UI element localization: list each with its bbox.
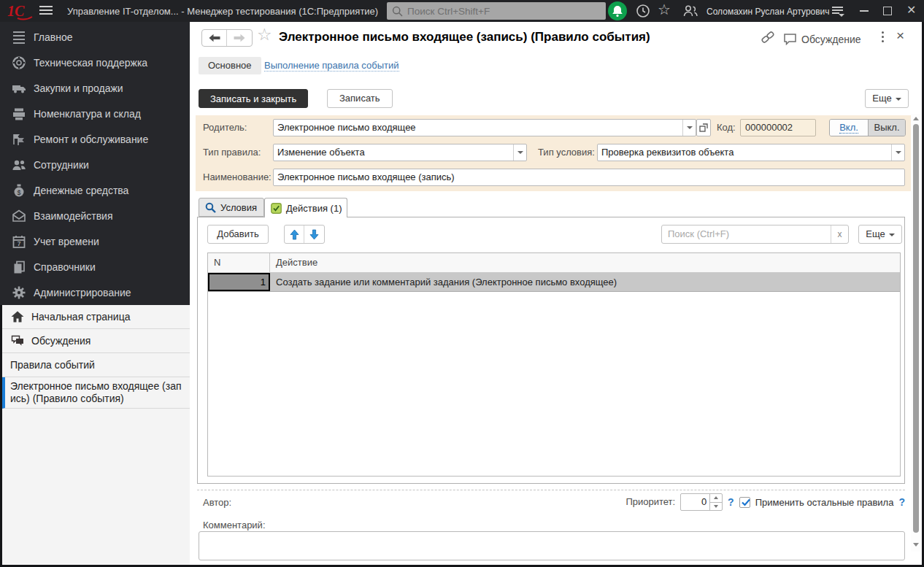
sidebar-item-money[interactable]: $ Денежные средства	[0, 177, 190, 203]
window-title: Управление IT-отделом... - Менеджер тест…	[67, 6, 378, 17]
priority-stepper[interactable]: 0	[680, 493, 723, 511]
sidebar-item-purchases[interactable]: Закупки и продажи	[0, 75, 190, 101]
notifications-button[interactable]	[608, 1, 627, 20]
sidebar-item-main[interactable]: Главное	[0, 24, 190, 50]
parent-dropdown-button[interactable]	[682, 120, 696, 136]
author-label: Автор:	[203, 497, 231, 508]
column-action[interactable]: Действие	[270, 253, 900, 272]
arrow-up-icon	[290, 229, 299, 240]
parent-field[interactable]: Электронное письмо входящее	[273, 119, 696, 136]
taskbar-item-event-rules[interactable]: Правила событий	[2, 353, 190, 377]
sidebar-item-interactions[interactable]: Взаимодействия	[0, 203, 190, 228]
parent-label: Родитель:	[203, 119, 247, 136]
scroll-thumb[interactable]	[913, 124, 919, 533]
row-action-cell[interactable]: Создать задание или комментарий задания …	[270, 273, 900, 291]
footer-row: Автор: Приоритет: 0 ? Применить остальны…	[203, 493, 905, 511]
save-button[interactable]: Записать	[327, 89, 393, 108]
history-icon[interactable]	[636, 4, 650, 18]
comment-textarea[interactable]	[199, 531, 905, 560]
save-close-button[interactable]: Записать и закрыть	[199, 89, 308, 108]
money-icon: $	[12, 183, 26, 198]
current-user-name[interactable]: Соломахин Руслан Артурович	[707, 7, 830, 17]
more-menu-icon[interactable]	[882, 31, 885, 45]
column-n[interactable]: N	[208, 253, 270, 272]
books-icon	[12, 260, 26, 274]
taskbar-item-current-window[interactable]: Электронное письмо входящее (запись) (Пр…	[2, 377, 190, 409]
separator	[197, 490, 905, 490]
tab-conditions[interactable]: Условия	[199, 198, 264, 217]
table-search-placeholder: Поиск (Ctrl+F)	[662, 225, 831, 243]
more-button-top[interactable]: Еще	[865, 89, 909, 108]
more-button-panel[interactable]: Еще	[858, 225, 902, 244]
apply-other-checkbox[interactable]	[739, 497, 750, 508]
taskbar-item-home[interactable]: Начальная страница	[2, 305, 190, 329]
main-menu-icon[interactable]	[39, 6, 53, 16]
form-close-button[interactable]: ×	[896, 28, 904, 44]
envelope-icon	[12, 209, 26, 223]
scroll-up-icon[interactable]	[913, 117, 919, 120]
get-link-icon[interactable]	[760, 31, 776, 43]
table-row[interactable]: 1 Создать задание или комментарий задани…	[208, 273, 900, 292]
calendar-icon: 7	[12, 234, 26, 249]
move-buttons	[284, 225, 325, 244]
1c-logo-icon: 1С	[7, 1, 34, 20]
discussion-icon[interactable]	[783, 33, 797, 45]
svg-text:1С: 1С	[7, 3, 25, 19]
disable-button[interactable]: Выкл.	[868, 120, 905, 136]
open-icon	[699, 123, 708, 132]
rule-type-field[interactable]: Изменение объекта	[273, 144, 527, 161]
name-field[interactable]: Электронное письмо входящее (запись)	[273, 169, 905, 186]
apply-other-help[interactable]: ?	[898, 496, 905, 508]
tab-actions[interactable]: Действия (1)	[264, 198, 347, 217]
move-down-button[interactable]	[304, 225, 324, 243]
move-up-button[interactable]	[285, 225, 304, 243]
sidebar-item-support[interactable]: Техническая поддержка	[0, 50, 190, 75]
actions-check-icon	[271, 203, 282, 214]
favorites-icon[interactable]: ☆	[658, 1, 671, 18]
clear-search-button[interactable]: x	[831, 225, 848, 243]
contacts-icon[interactable]	[682, 4, 699, 18]
scroll-down-icon[interactable]	[913, 543, 919, 547]
svg-text:7: 7	[18, 240, 21, 247]
row-number-cell[interactable]: 1	[208, 273, 270, 291]
sidebar-item-warehouse[interactable]: Номенклатура и склад	[0, 101, 190, 126]
condition-type-dropdown-button[interactable]	[891, 144, 904, 161]
sidebar-item-employees[interactable]: Сотрудники	[0, 152, 190, 177]
favorite-star-icon[interactable]: ☆	[257, 25, 272, 45]
support-icon	[12, 55, 26, 70]
rule-type-dropdown-button[interactable]	[513, 144, 526, 161]
menu-icon	[12, 30, 26, 45]
parent-open-button[interactable]	[696, 119, 711, 136]
discussions-icon	[10, 334, 25, 347]
minimize-button[interactable]	[860, 10, 869, 12]
link-rule-execution[interactable]: Выполнение правила событий	[264, 60, 399, 72]
discussion-label[interactable]: Обсуждение	[801, 34, 861, 45]
spinner-buttons[interactable]	[709, 494, 722, 510]
condition-type-field[interactable]: Проверка реквизитов объекта	[597, 144, 905, 161]
svg-text:$: $	[17, 188, 20, 196]
home-icon	[10, 310, 25, 323]
enable-button[interactable]: Вкл.	[830, 120, 868, 136]
back-button[interactable]	[202, 30, 227, 46]
sidebar-item-repair[interactable]: Ремонт и обслуживание	[0, 126, 190, 152]
add-button[interactable]: Добавить	[207, 225, 269, 244]
table-search-input[interactable]: Поиск (Ctrl+F) x	[661, 225, 849, 244]
tab-main[interactable]: Основное	[199, 57, 261, 74]
bell-icon	[612, 4, 623, 18]
taskbar-item-discussions[interactable]: Обсуждения	[2, 329, 190, 353]
global-search-input[interactable]: Поиск Ctrl+Shift+F	[387, 2, 606, 20]
priority-help[interactable]: ?	[728, 496, 734, 508]
code-field: 000000002	[740, 119, 816, 136]
sidebar: Главное Техническая поддержка Закупки и …	[0, 22, 190, 565]
warehouse-icon	[12, 107, 26, 121]
maximize-button[interactable]	[883, 7, 892, 15]
app-window: 1С Управление IT-отделом... - Менеджер т…	[0, 0, 924, 567]
sidebar-item-administration[interactable]: Администрирование	[0, 279, 190, 305]
sidebar-item-catalogs[interactable]: Справочники	[0, 254, 190, 279]
window-close-button[interactable]: ✕	[906, 3, 916, 17]
sidebar-item-time[interactable]: 7 Учет времени	[0, 228, 190, 254]
scrollbar[interactable]	[911, 114, 921, 552]
employees-icon	[12, 158, 26, 172]
forward-button[interactable]	[227, 30, 252, 46]
user-menu-icon[interactable]	[832, 7, 848, 17]
